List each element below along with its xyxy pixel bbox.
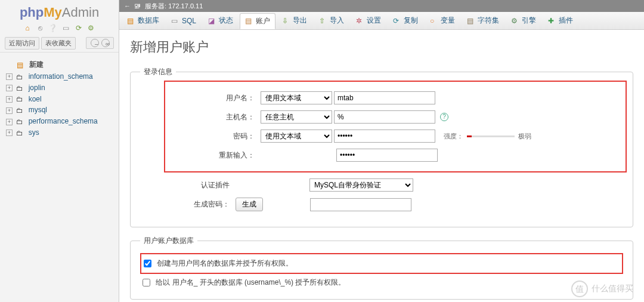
db-tree-item[interactable]: + 🗀 koel	[4, 94, 115, 105]
genpass-row: 生成密码： 生成	[140, 198, 623, 211]
logo-icon-row: ⌂ ⎋ ❔ ▭ ⟳ ⚙	[0, 23, 119, 37]
tree-controls: – ∞	[86, 37, 114, 49]
generated-password-input[interactable]	[310, 198, 411, 211]
tab-label: 引擎	[522, 16, 536, 26]
sidebar-subtabs: 近期访问 表收藏夹 – ∞	[0, 37, 119, 53]
tab-label: 插件	[559, 16, 573, 26]
collapse-tree-icon[interactable]: –	[91, 39, 99, 47]
db-tree-item[interactable]: + 🗀 mysql	[4, 104, 115, 116]
strength-row: 强度： 极弱	[444, 132, 531, 141]
tab-variables[interactable]: ○变量	[425, 13, 460, 29]
login-legend: 登录信息	[140, 67, 176, 77]
db-name: sys	[29, 128, 39, 137]
db-name: mysql	[29, 106, 47, 114]
retype-input[interactable]	[336, 149, 438, 162]
import-icon: ⇧	[319, 17, 327, 25]
expand-icon[interactable]: +	[6, 73, 13, 80]
tab-plugins[interactable]: ✚插件	[543, 13, 578, 29]
exit-icon[interactable]: ⎋	[35, 24, 45, 33]
username-row: 用户名： 使用文本域	[195, 91, 620, 104]
tab-label: 设置	[367, 16, 381, 26]
tab-export[interactable]: ⇩导出	[277, 13, 312, 29]
password-row: 密码： 使用文本域 强度： 极弱	[195, 130, 620, 143]
database-icon: 🗀	[16, 106, 24, 115]
sql-icon: ▭	[171, 17, 179, 25]
tab-label: 字符集	[478, 16, 499, 26]
db-tree-item[interactable]: + 🗀 information_schema	[4, 71, 115, 82]
auth-plugin-select[interactable]: MySQL自带身份验证	[309, 178, 413, 192]
home-icon[interactable]: ⌂	[23, 24, 32, 33]
expand-icon[interactable]: +	[6, 130, 13, 136]
db-name: koel	[29, 95, 42, 103]
db-tree-item[interactable]: + 🗀 sys	[4, 127, 115, 138]
tab-label: SQL	[182, 17, 196, 25]
tab-engines[interactable]: ⚙引擎	[506, 13, 541, 29]
db-tree-new[interactable]: ▤ 新建	[4, 58, 115, 71]
db-name: joplin	[29, 84, 45, 92]
expand-icon[interactable]: +	[6, 85, 13, 91]
tab-label: 数据库	[138, 16, 159, 26]
username-type-select[interactable]: 使用文本域	[261, 91, 332, 104]
sql-icon[interactable]: ▭	[61, 24, 70, 33]
content: 新增用户账户 登录信息 用户名： 使用文本域 主机名： 任意主机 ? 密码：	[119, 30, 644, 302]
docs-icon[interactable]: ❔	[48, 24, 58, 33]
server-label: 服务器:	[145, 2, 168, 10]
favorites-tab[interactable]: 表收藏夹	[41, 37, 76, 50]
reload-icon[interactable]: ⚙	[86, 24, 96, 33]
settings-icon: ✲	[356, 17, 364, 25]
password-input[interactable]	[334, 130, 435, 143]
hostname-input[interactable]	[334, 110, 435, 124]
link-tree-icon[interactable]: ∞	[101, 39, 110, 47]
tab-import[interactable]: ⇧导入	[314, 13, 349, 29]
logo[interactable]: phpMyAdmin	[0, 0, 119, 23]
auth-label: 认证插件	[170, 180, 236, 190]
tab-users[interactable]: ▤账户	[240, 13, 275, 29]
database-tree: ▤ 新建 + 🗀 information_schema + 🗀 joplin +…	[0, 53, 119, 144]
grant-wildcard-checkbox[interactable]	[143, 279, 150, 286]
new-db-label: 新建	[29, 60, 44, 69]
userdb-legend: 用户账户数据库	[140, 236, 197, 246]
status-icon: ◪	[208, 17, 216, 25]
strength-bar	[467, 135, 515, 137]
tab-label: 变量	[441, 16, 455, 26]
db-name: information_schema	[29, 72, 93, 81]
tab-replication[interactable]: ⟳复制	[388, 13, 423, 29]
page-title: 新增用户账户	[130, 38, 633, 56]
generate-button[interactable]: 生成	[236, 198, 263, 211]
password-type-select[interactable]: 使用文本域	[261, 130, 332, 143]
username-input[interactable]	[334, 91, 435, 104]
hostname-type-select[interactable]: 任意主机	[261, 110, 332, 124]
expand-icon[interactable]: +	[6, 119, 13, 125]
tab-settings[interactable]: ✲设置	[351, 13, 386, 29]
recent-tab[interactable]: 近期访问	[5, 37, 39, 50]
help-icon[interactable]: ?	[440, 113, 448, 121]
highlight-box-cb1: 创建与用户同名的数据库并授予所有权限。	[140, 253, 623, 274]
logo-text-1: php	[20, 5, 44, 20]
hostname-row: 主机名： 任意主机 ?	[195, 110, 620, 124]
strength-text: 极弱	[518, 132, 531, 141]
tab-charsets[interactable]: ▤字符集	[462, 13, 504, 29]
create-same-db-checkbox[interactable]	[144, 260, 151, 267]
db-tree-item[interactable]: + 🗀 joplin	[4, 82, 115, 94]
topbar: ← 🖳 服务器: 172.17.0.11	[119, 0, 644, 12]
tab-sql[interactable]: ▭SQL	[166, 14, 202, 28]
expand-icon[interactable]: +	[6, 107, 13, 114]
tab-databases[interactable]: ▤数据库	[122, 13, 165, 29]
username-label: 用户名：	[195, 93, 261, 103]
expand-icon[interactable]: +	[6, 96, 13, 103]
database-icon: 🗀	[16, 129, 24, 137]
new-db-icon: ▤	[17, 61, 25, 69]
variables-icon: ○	[430, 17, 438, 25]
db-tree-item[interactable]: + 🗀 performance_schema	[4, 116, 115, 127]
sidebar: phpMyAdmin ⌂ ⎋ ❔ ▭ ⟳ ⚙ 近期访问 表收藏夹 – ∞ ▤ 新…	[0, 0, 119, 302]
main-area: ← 🖳 服务器: 172.17.0.11 ▤数据库▭SQL◪状态▤账户⇩导出⇧导…	[119, 0, 644, 302]
login-fieldset: 登录信息 用户名： 使用文本域 主机名： 任意主机 ? 密码： 使用文本域	[130, 67, 633, 227]
back-arrow-icon[interactable]: ←	[124, 0, 131, 12]
tab-label: 导出	[293, 16, 307, 26]
cb1-row: 创建与用户同名的数据库并授予所有权限。	[144, 257, 620, 270]
db-name: performance_schema	[29, 117, 98, 125]
tab-label: 导入	[330, 16, 344, 26]
tab-label: 账户	[256, 16, 270, 26]
tab-status[interactable]: ◪状态	[203, 13, 239, 29]
gear-icon[interactable]: ⟳	[74, 24, 83, 33]
